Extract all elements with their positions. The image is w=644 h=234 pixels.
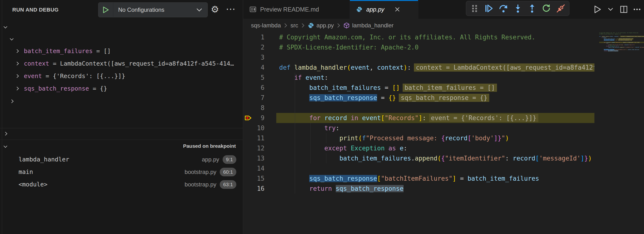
code-line[interactable]: 2# SPDX-License-Identifier: Apache-2.0 bbox=[243, 42, 644, 52]
line-number[interactable]: 2 bbox=[243, 42, 264, 52]
more-actions-icon[interactable]: ⋯ bbox=[226, 2, 235, 16]
line-number[interactable]: 10 bbox=[243, 123, 264, 133]
line-number[interactable]: 4 bbox=[243, 62, 264, 73]
step-into-button[interactable] bbox=[513, 3, 522, 14]
line-number[interactable]: 11 bbox=[243, 133, 264, 143]
gear-icon[interactable]: ⚙ bbox=[211, 2, 219, 17]
code-line-text bbox=[276, 52, 594, 62]
toolbar-gripper[interactable] bbox=[470, 3, 479, 14]
more-actions-button[interactable] bbox=[634, 2, 641, 16]
step-out-button[interactable] bbox=[528, 3, 537, 14]
code-line[interactable]: 14 bbox=[243, 163, 644, 173]
tab-preview-readme-md[interactable]: Preview README.md bbox=[243, 0, 350, 19]
step-over-button[interactable] bbox=[499, 3, 508, 14]
variable-name: batch_item_failures bbox=[24, 48, 93, 55]
line-number[interactable]: 7 bbox=[243, 93, 264, 103]
code-token: # SPDX-License-Identifier: Apache-2.0 bbox=[279, 44, 418, 51]
line-number[interactable]: 1 bbox=[243, 32, 264, 42]
breadcrumb-separator-icon bbox=[284, 23, 288, 28]
line-number[interactable]: 3 bbox=[243, 52, 264, 62]
split-editor-icon bbox=[620, 5, 628, 13]
code-line[interactable]: 1# Copyright Amazon.com, Inc. or its aff… bbox=[243, 32, 644, 42]
start-debug-icon[interactable] bbox=[98, 3, 113, 17]
call-stack-section-header[interactable]: CALL STACK Paused on breakpoint bbox=[0, 140, 243, 152]
split-editor-button[interactable] bbox=[620, 2, 628, 16]
code-line-text: return sqs_batch_response bbox=[276, 184, 594, 194]
code-token: : bbox=[407, 64, 411, 71]
frame-name: <module> bbox=[18, 178, 48, 191]
close-icon[interactable] bbox=[394, 6, 400, 12]
code-line[interactable]: 15 sqs_batch_response["batchItemFailures… bbox=[243, 173, 644, 184]
code-token: } bbox=[498, 134, 502, 142]
code-line[interactable]: 9 for record in event["Records"]:event =… bbox=[243, 113, 644, 123]
code-line[interactable]: 10 try: bbox=[243, 123, 644, 133]
code-line-text: print(f"Processed message: {record['body… bbox=[276, 133, 594, 143]
code-line[interactable]: 16 return sqs_batch_response bbox=[243, 184, 644, 194]
markdown-preview-icon bbox=[250, 6, 256, 13]
code-line[interactable]: 12 except Exception as e: bbox=[243, 143, 644, 153]
globals-tree-item[interactable]: Globals bbox=[0, 95, 243, 107]
code-line[interactable]: 13 batch_item_failures.append({"itemIden… bbox=[243, 153, 644, 163]
line-number[interactable]: 8 bbox=[243, 103, 264, 113]
minimap[interactable]: # Copyright Amazon.com, Inc. or its affi… bbox=[599, 32, 644, 234]
tab-app-py[interactable]: app.py bbox=[350, 0, 418, 19]
code-token: ( bbox=[358, 134, 362, 142]
code-line[interactable]: 5 if event: bbox=[243, 73, 644, 83]
breadcrumb-item-sqs-lambda[interactable]: sqs-lambda bbox=[251, 22, 281, 29]
code-line[interactable]: 3 bbox=[243, 52, 644, 62]
code-line[interactable]: 11 print(f"Processed message: {record['b… bbox=[243, 133, 644, 143]
restart-button[interactable] bbox=[542, 3, 551, 14]
line-number[interactable]: 16 bbox=[243, 184, 264, 194]
code-token: e bbox=[400, 145, 404, 152]
code-token: sqs_batch_response bbox=[309, 175, 377, 182]
code-line[interactable]: 6 batch_item_failures = []batch_item_fai… bbox=[243, 83, 644, 93]
run-options-button[interactable] bbox=[607, 2, 614, 16]
code-line-text: except Exception as e: bbox=[276, 143, 594, 153]
line-number[interactable]: 15 bbox=[243, 173, 264, 184]
variables-section-header[interactable]: VARIABLES bbox=[0, 21, 243, 33]
code-token: ) bbox=[404, 64, 408, 71]
code-token: ] bbox=[452, 175, 456, 182]
code-token: record bbox=[513, 155, 536, 162]
line-number[interactable]: 14 bbox=[243, 163, 264, 173]
breadcrumb-item-app-py[interactable]: app.py bbox=[308, 22, 334, 29]
code-token: "Processed message: bbox=[366, 134, 441, 142]
call-stack-frame[interactable]: lambda_handlerapp.py9:1 bbox=[0, 153, 243, 166]
code-line[interactable]: 4def lambda_handler(event, context):cont… bbox=[243, 62, 644, 73]
code-token bbox=[279, 185, 309, 192]
chevron-right-icon bbox=[4, 132, 8, 136]
breadcrumb-item-lambda-handler[interactable]: lambda_handler bbox=[344, 22, 394, 29]
code-line-text bbox=[276, 163, 594, 173]
run-python-file-button[interactable] bbox=[594, 2, 601, 16]
line-number[interactable]: 6 bbox=[243, 83, 264, 93]
code-line[interactable]: 8 bbox=[243, 103, 644, 113]
python-icon bbox=[308, 22, 314, 29]
code-line-text: batch_item_failures = []batch_item_failu… bbox=[276, 83, 594, 93]
locals-tree-item[interactable]: Locals bbox=[0, 33, 243, 45]
code-token: : bbox=[422, 114, 426, 121]
debug-config-dropdown[interactable]: No Configurations bbox=[98, 2, 208, 17]
variable-row[interactable]: event = {'Records': [{...}]} bbox=[0, 70, 243, 82]
line-number[interactable]: 12 bbox=[243, 143, 264, 153]
variable-value: = [] bbox=[93, 48, 111, 55]
line-number[interactable]: 5 bbox=[243, 73, 264, 83]
variable-row[interactable]: sqs_batch_response = {} bbox=[0, 83, 243, 95]
code-token bbox=[279, 84, 309, 91]
code-editor[interactable]: 1# Copyright Amazon.com, Inc. or its aff… bbox=[243, 32, 644, 234]
chevron-right-icon bbox=[15, 87, 19, 91]
call-stack-frame[interactable]: mainbootstrap.py60:1 bbox=[0, 166, 243, 178]
breadcrumb-item-src[interactable]: src bbox=[290, 22, 298, 29]
continue-button[interactable] bbox=[484, 3, 493, 14]
variable-row[interactable]: context = LambdaContext([aws_request_id=… bbox=[0, 58, 243, 70]
line-number[interactable]: 13 bbox=[243, 153, 264, 163]
variable-row[interactable]: batch_item_failures = [] bbox=[0, 45, 243, 57]
debug-toolbar bbox=[466, 1, 570, 16]
code-line[interactable]: 7 sqs_batch_response = {}sqs_batch_respo… bbox=[243, 93, 644, 103]
breakpoint-arrow-icon[interactable] bbox=[244, 114, 252, 123]
config-dropdown-label: No Configurations bbox=[113, 6, 196, 13]
disconnect-button[interactable] bbox=[556, 3, 565, 14]
breadcrumb-separator-icon bbox=[301, 23, 305, 28]
call-stack-frame[interactable]: <module>bootstrap.py63:1 bbox=[0, 178, 243, 191]
restart-icon bbox=[542, 4, 551, 13]
watch-section-header[interactable]: WATCH bbox=[0, 128, 243, 139]
